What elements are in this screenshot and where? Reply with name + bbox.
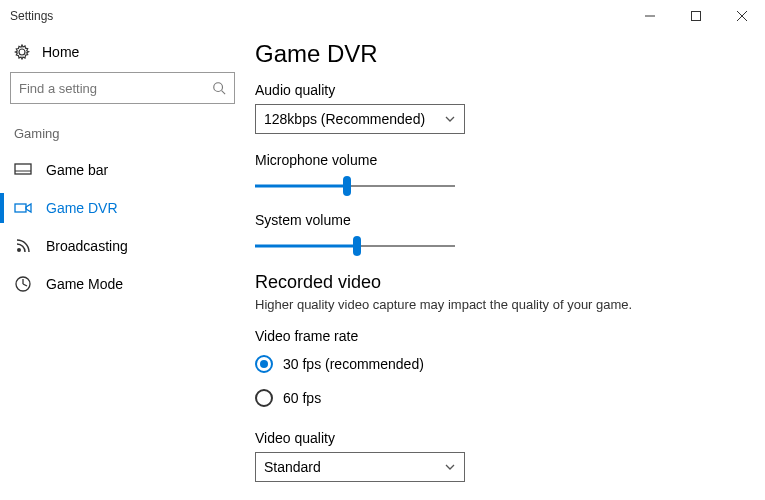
- dvr-icon: [14, 199, 32, 217]
- sidebar-nav: Game bar Game DVR Broadcasting Game Mode: [10, 151, 235, 303]
- chevron-down-icon: [444, 113, 456, 125]
- frame-rate-option-60[interactable]: 60 fps: [255, 384, 735, 412]
- gamebar-icon: [14, 161, 32, 179]
- maximize-button[interactable]: [673, 0, 719, 32]
- sys-volume-label: System volume: [255, 212, 735, 228]
- video-quality-dropdown[interactable]: Standard: [255, 452, 465, 482]
- page-title: Game DVR: [255, 40, 735, 68]
- radio-icon: [255, 355, 273, 373]
- home-label: Home: [42, 44, 79, 60]
- chevron-down-icon: [444, 461, 456, 473]
- audio-quality-label: Audio quality: [255, 82, 735, 98]
- sidebar-category: Gaming: [10, 126, 235, 141]
- gamemode-icon: [14, 275, 32, 293]
- sidebar-item-game-mode[interactable]: Game Mode: [10, 265, 235, 303]
- radio-icon: [255, 389, 273, 407]
- audio-quality-value: 128kbps (Recommended): [264, 111, 425, 127]
- svg-line-12: [23, 284, 27, 286]
- sidebar-item-game-dvr[interactable]: Game DVR: [10, 189, 235, 227]
- audio-quality-dropdown[interactable]: 128kbps (Recommended): [255, 104, 465, 134]
- frame-rate-label: Video frame rate: [255, 328, 735, 344]
- svg-point-9: [17, 248, 21, 252]
- sidebar-item-label: Broadcasting: [46, 238, 128, 254]
- radio-label: 30 fps (recommended): [283, 356, 424, 372]
- mic-volume-label: Microphone volume: [255, 152, 735, 168]
- maximize-icon: [691, 11, 701, 21]
- video-quality-label: Video quality: [255, 430, 735, 446]
- mic-volume-slider[interactable]: [255, 174, 455, 198]
- minimize-button[interactable]: [627, 0, 673, 32]
- sidebar-item-broadcasting[interactable]: Broadcasting: [10, 227, 235, 265]
- recorded-video-desc: Higher quality video capture may impact …: [255, 297, 735, 312]
- recorded-video-heading: Recorded video: [255, 272, 735, 293]
- search-input-container[interactable]: [10, 72, 235, 104]
- close-icon: [737, 11, 747, 21]
- radio-label: 60 fps: [283, 390, 321, 406]
- video-quality-value: Standard: [264, 459, 321, 475]
- svg-line-5: [222, 91, 226, 95]
- home-button[interactable]: Home: [10, 38, 235, 72]
- search-icon: [212, 81, 226, 95]
- window-title: Settings: [10, 9, 53, 23]
- svg-rect-1: [692, 12, 701, 21]
- gear-icon: [14, 44, 30, 60]
- sidebar: Home Gaming Game bar Game DVR: [0, 32, 245, 500]
- svg-rect-8: [15, 204, 26, 212]
- frame-rate-option-30[interactable]: 30 fps (recommended): [255, 350, 735, 378]
- svg-point-4: [214, 83, 223, 92]
- sys-volume-slider[interactable]: [255, 234, 455, 258]
- search-input[interactable]: [19, 81, 204, 96]
- sidebar-item-label: Game Mode: [46, 276, 123, 292]
- broadcast-icon: [14, 237, 32, 255]
- minimize-icon: [645, 11, 655, 21]
- sidebar-item-label: Game DVR: [46, 200, 118, 216]
- sidebar-item-label: Game bar: [46, 162, 108, 178]
- sidebar-item-game-bar[interactable]: Game bar: [10, 151, 235, 189]
- window-controls: [627, 0, 765, 32]
- titlebar: Settings: [0, 0, 765, 32]
- main-panel: Game DVR Audio quality 128kbps (Recommen…: [245, 32, 765, 500]
- svg-rect-6: [15, 164, 31, 174]
- close-button[interactable]: [719, 0, 765, 32]
